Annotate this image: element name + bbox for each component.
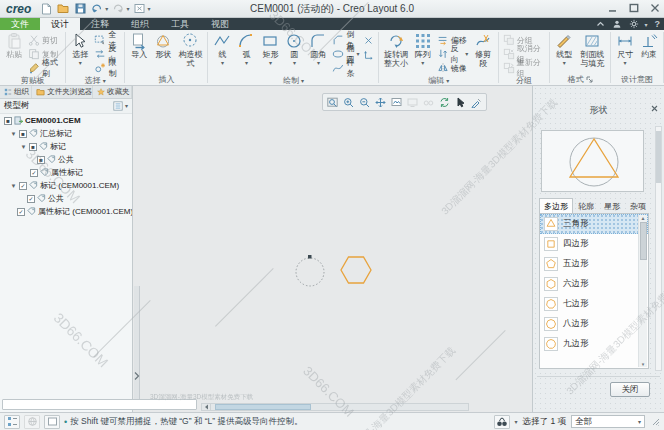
copy-button[interactable]: 复制 xyxy=(26,47,63,61)
tree-checkbox[interactable]: ■ xyxy=(19,130,27,138)
tree-checkbox[interactable]: ✓ xyxy=(17,208,25,216)
annotation-display-button[interactable] xyxy=(469,95,484,109)
select-mode-button[interactable] xyxy=(453,95,468,109)
tab-star[interactable]: 星形 xyxy=(599,198,625,213)
scroll-up-icon[interactable]: ▲ xyxy=(641,215,646,221)
connection-status-icon[interactable] xyxy=(24,415,40,429)
close-button[interactable] xyxy=(647,1,662,15)
search-menu-caret[interactable]: ▾ xyxy=(515,419,518,425)
drawing-canvas[interactable] xyxy=(134,86,532,412)
new-file-button[interactable] xyxy=(39,2,53,16)
close-icon[interactable] xyxy=(651,105,658,112)
tab-design[interactable]: 设计 xyxy=(40,18,80,30)
tree-settings-icon[interactable] xyxy=(113,101,123,111)
tree-checkbox[interactable]: ■ xyxy=(4,117,12,125)
full-screen-toggle-button[interactable] xyxy=(44,415,60,429)
fillet-button[interactable]: 圆角 ▾ xyxy=(306,31,330,67)
group-label-edit[interactable]: 编辑▾ xyxy=(381,75,496,86)
scroll-down-icon[interactable]: ▾ xyxy=(642,361,645,367)
tree-checkbox[interactable]: ■ xyxy=(37,156,45,164)
datum-display-button[interactable] xyxy=(421,95,436,109)
zoom-in-button[interactable] xyxy=(341,95,356,109)
trim-segment-button[interactable]: 修剪段 xyxy=(470,31,496,69)
dimension-button[interactable]: 尺寸 ▾ xyxy=(613,31,637,67)
undo-button[interactable] xyxy=(90,2,104,16)
shape-item-triangle[interactable]: 三角形 xyxy=(540,214,648,234)
rotate-resize-button[interactable]: 旋转调整大小 xyxy=(381,31,410,69)
toggle-model-tree-button[interactable] xyxy=(4,415,20,429)
cut-button[interactable]: 剪切 xyxy=(26,33,63,47)
close-panel-button[interactable]: 关闭 xyxy=(610,382,650,397)
tree-checkbox[interactable]: ✓ xyxy=(19,182,27,190)
circle-button[interactable]: 圆 ▾ xyxy=(282,31,306,67)
tab-organize[interactable]: 组织 xyxy=(120,18,160,30)
close-window-button[interactable] xyxy=(132,2,146,16)
tree-item[interactable]: ✓ 公共 xyxy=(0,192,132,205)
panel-scrollbar[interactable] xyxy=(655,126,662,371)
restrict-button[interactable]: 限制 xyxy=(92,61,122,75)
open-file-button[interactable] xyxy=(56,2,70,16)
group-label-select[interactable]: 选择▾ xyxy=(68,75,122,86)
shape-list-scrollbar[interactable]: ▲ ▾ xyxy=(638,215,647,367)
group-label-design-intent[interactable]: 设计意图 xyxy=(613,73,661,85)
construction-mode-button[interactable]: 构造模式 xyxy=(175,31,205,69)
qat-customize-caret[interactable]: ▾ xyxy=(147,5,150,12)
import-button[interactable]: 导入 xyxy=(127,31,151,61)
pan-button[interactable] xyxy=(373,95,388,109)
select-button[interactable]: 选择 ▾ xyxy=(68,31,92,67)
canvas-horizontal-scrollbar[interactable] xyxy=(201,403,469,411)
shapes-button[interactable]: 形状 xyxy=(151,31,175,61)
panel-splitter[interactable] xyxy=(134,286,140,406)
shape-item-quad[interactable]: 四边形 xyxy=(540,234,648,254)
display-settings-icon[interactable] xyxy=(629,19,639,29)
group-label-insert[interactable]: 插入 xyxy=(127,73,205,85)
tab-profile[interactable]: 轮廓 xyxy=(573,198,599,213)
reverse-button[interactable]: 反向▾ xyxy=(435,47,470,61)
group-label-draw[interactable]: 绘制▾ xyxy=(210,75,376,86)
tab-misc[interactable]: 杂项 xyxy=(625,198,651,213)
chevron-down-icon[interactable]: ▾ xyxy=(125,103,128,109)
settings-caret[interactable]: ▾ xyxy=(644,21,647,28)
redo-menu-caret[interactable]: ▾ xyxy=(126,5,129,12)
help-icon[interactable]: ? xyxy=(655,19,661,29)
minimize-ribbon-icon[interactable] xyxy=(596,20,605,28)
tree-item[interactable]: ■ 公共 xyxy=(0,153,132,166)
shape-item-pentagon[interactable]: 五边形 xyxy=(540,254,648,274)
hatch-fill-button[interactable]: 剖面线与填充 xyxy=(576,31,608,69)
shape-item-heptagon[interactable]: 七边形 xyxy=(540,294,648,314)
minimize-button[interactable] xyxy=(605,1,620,15)
group-label-format[interactable]: 格式 xyxy=(552,73,608,85)
tree-checkbox[interactable]: ✓ xyxy=(30,169,38,177)
tree-item[interactable]: ▼ ■ 汇总标记 xyxy=(0,127,132,140)
shape-item-octagon[interactable]: 八边形 xyxy=(540,314,648,334)
saved-views-button[interactable] xyxy=(389,95,404,109)
save-button[interactable] xyxy=(73,2,87,16)
tree-item[interactable]: ✓ 属性标记 (CEM0001.CEM) xyxy=(0,205,132,218)
dialog-launcher-icon[interactable] xyxy=(586,76,593,83)
undo-menu-caret[interactable]: ▾ xyxy=(105,5,108,12)
zoom-fit-button[interactable] xyxy=(325,95,340,109)
point-button[interactable] xyxy=(361,34,376,47)
group-label-clipboard[interactable]: 剪贴板 xyxy=(2,75,63,86)
tree-checkbox[interactable]: ✓ xyxy=(27,195,35,203)
scrollbar-thumb[interactable] xyxy=(640,222,647,260)
tree-item[interactable]: ■ CEM0001.CEM xyxy=(0,114,132,127)
expand-arrow[interactable]: ▼ xyxy=(10,183,17,189)
mirror-button[interactable]: 镜像 xyxy=(435,61,470,75)
tree-item[interactable]: ▼ ✓ 标记 (CEM0001.CEM) xyxy=(0,179,132,192)
search-button[interactable] xyxy=(494,415,510,429)
model-tree-filter-input[interactable] xyxy=(2,399,197,410)
tree-item[interactable]: ✓ 属性标记 xyxy=(0,166,132,179)
tab-tools[interactable]: 工具 xyxy=(160,18,200,30)
navigator-tab-organize[interactable]: 组织 xyxy=(0,86,32,98)
tab-view[interactable]: 视图 xyxy=(200,18,240,30)
maximize-button[interactable] xyxy=(626,1,641,15)
shape-item-hexagon[interactable]: 六边形 xyxy=(540,274,648,294)
spline-button[interactable]: 样条 xyxy=(330,61,361,75)
expand-arrow[interactable]: ▼ xyxy=(10,131,17,137)
selection-filter-dropdown[interactable]: 全部 ▾ xyxy=(571,415,645,428)
tree-checkbox[interactable]: ■ xyxy=(29,143,37,151)
csys-button[interactable] xyxy=(361,48,376,61)
navigator-tab-favorites[interactable]: 收藏夹 xyxy=(93,86,132,98)
expand-arrow[interactable]: ▼ xyxy=(20,144,27,150)
